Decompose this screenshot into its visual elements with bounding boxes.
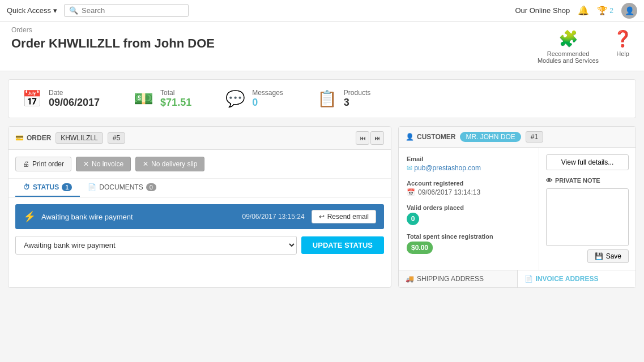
quick-access-caret: ▾ (53, 6, 57, 15)
no-delivery-button[interactable]: ✕ No delivery slip (135, 157, 204, 171)
order-actions: 🖨 Print order ✕ No invoice ✕ No delivery… (8, 150, 391, 179)
customer-panel-body: Email ✉ pub@prestashop.com Account regis… (399, 148, 636, 270)
main-content: 💳 ORDER KHWLILZLL #5 ⏮ ⏭ 🖨 Print order ✕… (8, 126, 636, 288)
document-icon: 📄 (88, 183, 96, 191)
tab-invoice-address[interactable]: 📄 INVOICE ADDRESS (518, 270, 636, 287)
status-tab-content: ⚡ Awaiting bank wire payment 09/06/2017 … (8, 197, 391, 261)
stats-bar: 📅 Date 09/06/2017 💵 Total $71.51 💬 Messa… (8, 79, 636, 118)
user-avatar[interactable]: 👤 (621, 3, 637, 19)
stat-total: 💵 Total $71.51 (134, 89, 191, 109)
notification-bell-icon[interactable]: 🔔 (578, 5, 589, 16)
stat-total-info: Total $71.51 (160, 89, 191, 109)
tab-documents[interactable]: 📄 DOCUMENTS 0 (80, 179, 164, 197)
stat-date: 📅 Date 09/06/2017 (22, 89, 100, 109)
order-num-badge: #5 (108, 132, 125, 144)
quick-access-menu[interactable]: Quick Access ▾ (7, 6, 57, 15)
status-icon: ⚡ (23, 210, 36, 223)
recommended-modules-label: Recommended Modules and Services (537, 50, 599, 64)
status-select[interactable]: Awaiting bank wire payment (15, 236, 297, 255)
help-button[interactable]: ❓ Help (613, 29, 633, 57)
print-icon: 🖨 (23, 160, 29, 168)
email-icon: ✉ (407, 164, 412, 172)
order-navigation: ⏮ ⏭ (356, 131, 384, 145)
search-input[interactable] (82, 6, 184, 15)
save-btn-row: 💾 Save (546, 249, 629, 263)
stat-date-info: Date 09/06/2017 (49, 89, 100, 109)
tab-shipping-address[interactable]: 🚚 SHIPPING ADDRESS (399, 270, 518, 287)
puzzle-icon: 🧩 (558, 29, 578, 48)
trophy-icon: 🏆 (597, 6, 608, 16)
order-panel: 💳 ORDER KHWLILZLL #5 ⏮ ⏭ 🖨 Print order ✕… (8, 126, 391, 288)
valid-orders-label: Valid orders placed (407, 204, 531, 211)
registered-label: Account registered (407, 180, 531, 187)
update-status-button[interactable]: UPDATE STATUS (301, 236, 384, 254)
quick-access-label: Quick Access (7, 6, 51, 15)
private-note-panel: View full details... 👁 PRIVATE NOTE 💾 Sa… (539, 148, 636, 270)
valid-orders-badge: 0 (407, 213, 419, 225)
help-icon: ❓ (613, 29, 633, 48)
total-icon: 💵 (134, 89, 153, 108)
print-order-button[interactable]: 🖨 Print order (15, 157, 71, 171)
total-spent-row: Total spent since registration $0.00 (407, 233, 531, 254)
header-actions: 🧩 Recommended Modules and Services ❓ Hel… (537, 26, 633, 64)
total-value: $71.51 (160, 97, 191, 109)
email-value: ✉ pub@prestashop.com (407, 164, 531, 172)
private-note-title: 👁 PRIVATE NOTE (546, 177, 629, 184)
registered-row: Account registered 📅 09/06/2017 13:14:13 (407, 180, 531, 196)
shop-name: Our Online Shop (515, 6, 570, 15)
x-icon-invoice: ✕ (83, 160, 89, 168)
person-icon: 👤 (406, 133, 414, 141)
last-order-button[interactable]: ⏭ (370, 131, 384, 145)
tab-status[interactable]: ⏱ STATUS 1 (15, 179, 80, 197)
avatar-icon: 👤 (625, 6, 634, 15)
nav-right: Our Online Shop 🔔 🏆 2 👤 (515, 3, 637, 19)
stat-messages-info: Messages 0 (252, 89, 283, 109)
customer-panel: 👤 CUSTOMER MR. JOHN DOE #1 Email ✉ pub@p… (398, 126, 636, 288)
trophy-badge[interactable]: 🏆 2 (597, 6, 613, 16)
email-row: Email ✉ pub@prestashop.com (407, 156, 531, 172)
customer-panel-header: 👤 CUSTOMER MR. JOHN DOE #1 (399, 127, 636, 148)
eye-icon: 👁 (546, 177, 552, 184)
documents-count-badge: 0 (146, 183, 156, 191)
truck-icon: 🚚 (406, 275, 414, 283)
order-id-badge: KHWLILZLL (56, 132, 103, 144)
header-left: Orders Order KHWLILZLL from John DOE (11, 26, 215, 51)
search-icon[interactable]: 🔍 (69, 6, 78, 15)
top-navigation: Quick Access ▾ 🔍 Our Online Shop 🔔 🏆 2 👤 (0, 0, 644, 21)
no-invoice-button[interactable]: ✕ No invoice (76, 157, 131, 171)
total-spent-badge: $0.00 (407, 242, 433, 254)
email-label: Email (407, 156, 531, 162)
view-full-details-button[interactable]: View full details... (546, 154, 629, 170)
customer-info: Email ✉ pub@prestashop.com Account regis… (399, 148, 539, 270)
private-note-textarea[interactable] (546, 188, 629, 246)
products-icon: 📋 (317, 89, 337, 108)
stat-products-info: Products 3 (344, 89, 370, 109)
help-label: Help (616, 50, 629, 57)
save-note-button[interactable]: 💾 Save (587, 249, 629, 263)
order-label: 💳 ORDER (15, 134, 51, 142)
products-value: 3 (344, 97, 370, 109)
messages-value: 0 (252, 97, 283, 109)
email-link[interactable]: pub@prestashop.com (414, 164, 481, 172)
breadcrumb: Orders (11, 26, 215, 34)
trophy-count: 2 (609, 7, 613, 15)
status-date: 09/06/2017 13:15:24 (242, 213, 305, 221)
status-text: Awaiting bank wire payment (41, 213, 242, 221)
search-bar: 🔍 (64, 4, 189, 17)
date-value: 09/06/2017 (49, 97, 100, 109)
total-spent-value: $0.00 (407, 242, 531, 254)
recommended-modules-button[interactable]: 🧩 Recommended Modules and Services (537, 29, 599, 64)
messages-label: Messages (252, 89, 283, 97)
invoice-icon: 📄 (524, 275, 533, 283)
order-tabs: ⏱ STATUS 1 📄 DOCUMENTS 0 (8, 179, 391, 197)
resend-email-button[interactable]: ↩ Resend email (312, 210, 376, 223)
first-order-button[interactable]: ⏮ (356, 131, 369, 145)
customer-label: 👤 CUSTOMER (406, 133, 455, 141)
customer-name-badge: MR. JOHN DOE (460, 132, 521, 142)
calendar-icon: 📅 (22, 89, 42, 108)
current-status-row: ⚡ Awaiting bank wire payment 09/06/2017 … (15, 204, 384, 229)
date-label: Date (49, 89, 100, 97)
clock-icon: ⏱ (23, 183, 30, 191)
order-panel-header: 💳 ORDER KHWLILZLL #5 ⏮ ⏭ (8, 127, 391, 150)
messages-icon: 💬 (225, 89, 245, 108)
